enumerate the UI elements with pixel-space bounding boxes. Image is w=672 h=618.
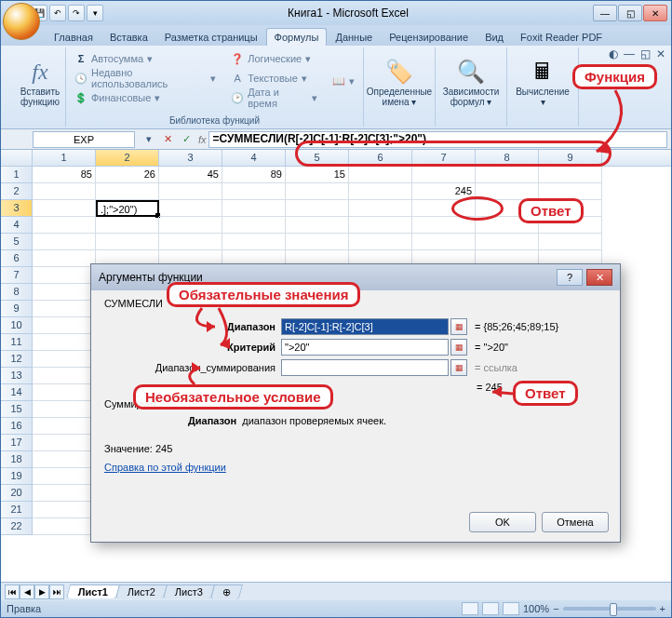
- datetime-button[interactable]: 🕑Дата и время ▾: [228, 88, 320, 107]
- cell[interactable]: [33, 418, 96, 435]
- qat-dropdown[interactable]: ▾: [87, 5, 103, 21]
- dialog-close-button[interactable]: ✕: [586, 269, 612, 286]
- qat-redo[interactable]: ↷: [68, 5, 85, 21]
- cell[interactable]: [33, 502, 96, 518]
- cell[interactable]: [33, 217, 96, 234]
- sheet-nav-last[interactable]: ⏭: [49, 584, 64, 599]
- cell[interactable]: [159, 183, 222, 200]
- cell[interactable]: [33, 234, 96, 250]
- cell[interactable]: [286, 183, 349, 200]
- cell[interactable]: 26: [96, 167, 159, 183]
- row-header[interactable]: 5: [1, 234, 33, 250]
- qat-undo[interactable]: ↶: [49, 5, 66, 21]
- arg3-refedit-button[interactable]: ▦: [450, 359, 467, 376]
- text-button[interactable]: AТекстовые ▾: [228, 69, 320, 87]
- select-all-corner[interactable]: [1, 150, 33, 166]
- cell[interactable]: [412, 167, 476, 183]
- cell[interactable]: [159, 200, 222, 217]
- cell[interactable]: 85: [33, 167, 96, 183]
- row-header[interactable]: 14: [1, 384, 33, 401]
- cell[interactable]: [349, 167, 412, 183]
- cell[interactable]: 45: [159, 167, 222, 183]
- cell[interactable]: [222, 217, 286, 234]
- row-header[interactable]: 13: [1, 368, 33, 384]
- zoom-in[interactable]: +: [660, 603, 665, 614]
- formula-deps-button[interactable]: 🔍 Зависимости формул ▾: [441, 49, 501, 114]
- view-break-button[interactable]: [503, 602, 519, 615]
- cell[interactable]: [33, 451, 96, 468]
- cell[interactable]: [33, 401, 96, 418]
- cell[interactable]: [476, 167, 539, 183]
- calculation-button[interactable]: 🖩 Вычисление ▾: [513, 49, 572, 114]
- row-header[interactable]: 2: [1, 183, 33, 200]
- name-box[interactable]: EXP: [33, 131, 135, 148]
- row-header[interactable]: 9: [1, 301, 33, 317]
- cell[interactable]: [96, 183, 159, 200]
- tab-formulas[interactable]: Формулы: [266, 28, 328, 46]
- row-header[interactable]: 17: [1, 435, 33, 451]
- tab-home[interactable]: Главная: [46, 28, 101, 46]
- cell[interactable]: [539, 167, 602, 183]
- cell[interactable]: [33, 200, 96, 217]
- col-header[interactable]: 4: [222, 150, 286, 166]
- dialog-help-button[interactable]: ?: [557, 269, 583, 286]
- cancel-button[interactable]: Отмена: [542, 512, 609, 532]
- arg2-refedit-button[interactable]: ▦: [450, 339, 467, 356]
- namebox-dropdown[interactable]: ▾: [141, 131, 157, 148]
- cell[interactable]: [222, 183, 286, 200]
- sheet-nav-prev[interactable]: ◀: [20, 584, 34, 599]
- cancel-edit-icon[interactable]: ✕: [159, 131, 176, 148]
- tab-review[interactable]: Рецензирование: [381, 28, 477, 46]
- row-header[interactable]: 1: [1, 167, 33, 183]
- cell[interactable]: [96, 234, 159, 250]
- cell[interactable]: [222, 234, 286, 250]
- cell[interactable]: [33, 301, 96, 317]
- cell[interactable]: 89: [222, 167, 286, 183]
- tab-layout[interactable]: Разметка страницы: [156, 28, 266, 46]
- cell[interactable]: [349, 234, 412, 250]
- tab-data[interactable]: Данные: [327, 28, 381, 46]
- row-header[interactable]: 12: [1, 351, 33, 368]
- sheet-tab[interactable]: Лист3: [163, 584, 215, 598]
- fx-label-icon[interactable]: fx: [198, 134, 207, 145]
- sheet-nav-first[interactable]: ⏮: [5, 584, 20, 599]
- ok-button[interactable]: OK: [469, 512, 536, 532]
- col-header[interactable]: 3: [159, 150, 222, 166]
- row-header[interactable]: 8: [1, 284, 33, 301]
- row-header[interactable]: 7: [1, 267, 33, 284]
- cell[interactable]: [412, 234, 476, 250]
- tab-view[interactable]: Вид: [477, 28, 512, 46]
- zoom-slider[interactable]: [563, 607, 656, 611]
- cell[interactable]: [286, 217, 349, 234]
- insert-function-button[interactable]: fx Вставить функцию: [10, 49, 70, 114]
- row-header[interactable]: 3: [1, 200, 33, 217]
- cell[interactable]: [349, 183, 412, 200]
- financial-button[interactable]: 💲Финансовые ▾: [72, 88, 219, 107]
- autosum-button[interactable]: ΣАвтосумма ▾: [72, 49, 219, 68]
- row-header[interactable]: 20: [1, 485, 33, 502]
- cell[interactable]: [33, 250, 96, 267]
- cell[interactable]: [349, 217, 412, 234]
- minimize-button[interactable]: —: [593, 5, 617, 21]
- mdi-restore-icon[interactable]: ◱: [640, 47, 651, 60]
- new-sheet-tab[interactable]: ⊕: [210, 584, 243, 599]
- cell[interactable]: 15: [286, 167, 349, 183]
- cell[interactable]: [33, 351, 96, 368]
- col-header[interactable]: 2: [96, 150, 159, 166]
- view-normal-button[interactable]: [462, 602, 478, 615]
- view-layout-button[interactable]: [482, 602, 499, 615]
- close-button[interactable]: ✕: [643, 5, 667, 21]
- sheet-tab[interactable]: Лист1: [66, 584, 120, 598]
- cell[interactable]: [33, 267, 96, 284]
- row-header[interactable]: 15: [1, 401, 33, 418]
- cell[interactable]: [349, 200, 412, 217]
- cell[interactable]: [96, 217, 159, 234]
- recent-button[interactable]: 🕓Недавно использовались ▾: [72, 69, 219, 87]
- row-header[interactable]: 19: [1, 468, 33, 485]
- row-header[interactable]: 11: [1, 334, 33, 351]
- cell[interactable]: [476, 234, 539, 250]
- cell[interactable]: [159, 234, 222, 250]
- arg1-input[interactable]: R[-2]C[-1]:R[-2]C[3]: [281, 318, 449, 335]
- cell[interactable]: [33, 518, 96, 535]
- row-header[interactable]: 16: [1, 418, 33, 435]
